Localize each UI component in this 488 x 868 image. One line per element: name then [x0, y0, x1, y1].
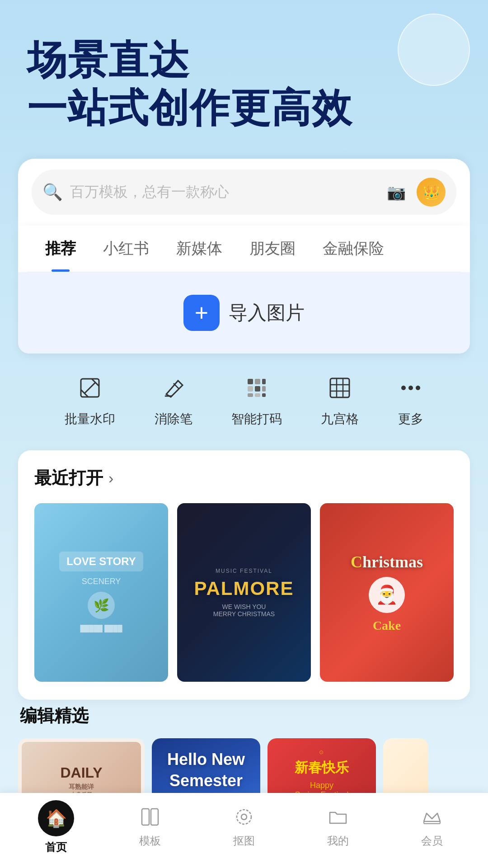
svg-rect-5 — [255, 379, 260, 384]
import-label: 导入图片 — [229, 300, 305, 326]
search-container: 🔍 百万模板，总有一款称心 📷 👑 — [18, 159, 470, 226]
svg-rect-8 — [255, 386, 260, 392]
svg-point-19 — [408, 386, 413, 390]
tool-batch-watermark[interactable]: 批量水印 — [65, 376, 115, 428]
search-input[interactable]: 百万模板，总有一款称心 — [70, 182, 380, 202]
more-icon — [399, 376, 422, 403]
recent-item-love-story[interactable]: LOVE STORY SCENERY 🌿 █████ ████ — [34, 503, 168, 682]
bubble-decoration — [398, 14, 470, 86]
camera-icon[interactable]: 📷 — [387, 183, 406, 201]
tab-recommend[interactable]: 推荐 — [32, 226, 89, 272]
tool-smart-mosaic-label: 智能打码 — [231, 410, 282, 428]
svg-point-23 — [237, 810, 251, 824]
tab-finance[interactable]: 金融保险 — [309, 226, 398, 272]
svg-rect-4 — [248, 379, 253, 384]
hero-section: 场景直达 一站式创作更高效 — [0, 0, 488, 150]
search-icon: 🔍 — [42, 183, 63, 202]
recent-grid: LOVE STORY SCENERY 🌿 █████ ████ MUSIC FE… — [34, 503, 454, 682]
tabs-panel: 推荐 小红书 新媒体 朋友圈 金融保险 — [18, 226, 470, 272]
nav-cutout-label: 抠图 — [233, 834, 255, 848]
spring-title-text: 新春快乐 — [295, 758, 349, 777]
tool-batch-watermark-label: 批量水印 — [65, 410, 115, 428]
vip-crown-badge[interactable]: 👑 — [417, 178, 446, 207]
tool-smart-mosaic[interactable]: 智能打码 — [231, 376, 282, 428]
mosaic-icon — [245, 376, 268, 403]
import-button[interactable]: + 导入图片 — [183, 295, 305, 331]
svg-rect-12 — [262, 393, 266, 397]
hero-line2: 一站式创作更高效 — [27, 85, 352, 130]
tab-xiaohongshu[interactable]: 小红书 — [89, 226, 163, 272]
svg-rect-6 — [262, 379, 266, 384]
hero-line1: 场景直达 — [27, 38, 190, 82]
nine-grid-icon — [328, 376, 352, 403]
bottom-nav: 🏠 首页 模板 抠图 我的 — [0, 793, 488, 868]
nav-mine[interactable]: 我的 — [311, 807, 365, 848]
svg-point-18 — [401, 386, 406, 390]
tool-eraser-label: 消除笔 — [155, 410, 192, 428]
svg-rect-9 — [262, 386, 266, 392]
tab-moments[interactable]: 朋友圈 — [236, 226, 309, 272]
import-plus-icon: + — [183, 295, 220, 331]
svg-rect-7 — [248, 386, 253, 392]
recent-header: 最近打开 › — [34, 467, 454, 490]
crown-icon — [422, 807, 442, 830]
recent-section: 最近打开 › LOVE STORY SCENERY 🌿 █████ ████ M… — [18, 450, 470, 700]
recent-item-christmas[interactable]: Christmas 🎅 Cake — [320, 503, 454, 682]
tabs-row: 推荐 小红书 新媒体 朋友圈 金融保险 — [27, 226, 461, 272]
editor-picks-title: 编辑精选 — [18, 704, 470, 727]
eraser-icon — [162, 376, 185, 403]
tool-nine-grid-label: 九宫格 — [321, 410, 359, 428]
nav-mine-label: 我的 — [327, 834, 349, 848]
nav-home[interactable]: 🏠 首页 — [29, 800, 83, 854]
templates-icon — [140, 807, 160, 830]
cutout-icon — [234, 807, 254, 830]
svg-rect-21 — [142, 809, 149, 825]
hero-title: 场景直达 一站式创作更高效 — [27, 36, 461, 132]
folder-icon — [328, 807, 348, 830]
svg-point-24 — [241, 814, 247, 820]
nav-templates[interactable]: 模板 — [123, 807, 177, 848]
recent-title: 最近打开 — [34, 467, 103, 490]
svg-rect-22 — [151, 809, 158, 825]
tool-more[interactable]: 更多 — [398, 376, 423, 428]
tab-newmedia[interactable]: 新媒体 — [163, 226, 236, 272]
import-area[interactable]: + 导入图片 — [18, 272, 470, 354]
svg-rect-10 — [248, 393, 253, 397]
svg-line-1 — [84, 382, 95, 393]
tool-nine-grid[interactable]: 九宫格 — [321, 376, 359, 428]
nav-vip-label: 会员 — [421, 834, 443, 848]
nav-templates-label: 模板 — [139, 834, 161, 848]
svg-rect-13 — [330, 378, 349, 397]
batch-watermark-icon — [78, 376, 102, 403]
svg-point-20 — [416, 386, 420, 390]
home-icon: 🏠 — [38, 800, 74, 836]
svg-rect-25 — [424, 821, 440, 824]
nav-vip[interactable]: 会员 — [405, 807, 459, 848]
svg-rect-11 — [255, 393, 260, 397]
tool-more-label: 更多 — [398, 410, 423, 428]
tool-eraser[interactable]: 消除笔 — [155, 376, 192, 428]
search-bar[interactable]: 🔍 百万模板，总有一款称心 📷 👑 — [32, 170, 456, 215]
tools-row: 批量水印 消除笔 智能打码 — [18, 358, 470, 446]
nav-cutout[interactable]: 抠图 — [217, 807, 271, 848]
recent-arrow-icon[interactable]: › — [108, 469, 113, 487]
nav-home-label: 首页 — [45, 840, 67, 854]
recent-item-palmore[interactable]: MUSIC FESTIVAL PALMORE WE WISH YOU MERRY… — [177, 503, 311, 682]
